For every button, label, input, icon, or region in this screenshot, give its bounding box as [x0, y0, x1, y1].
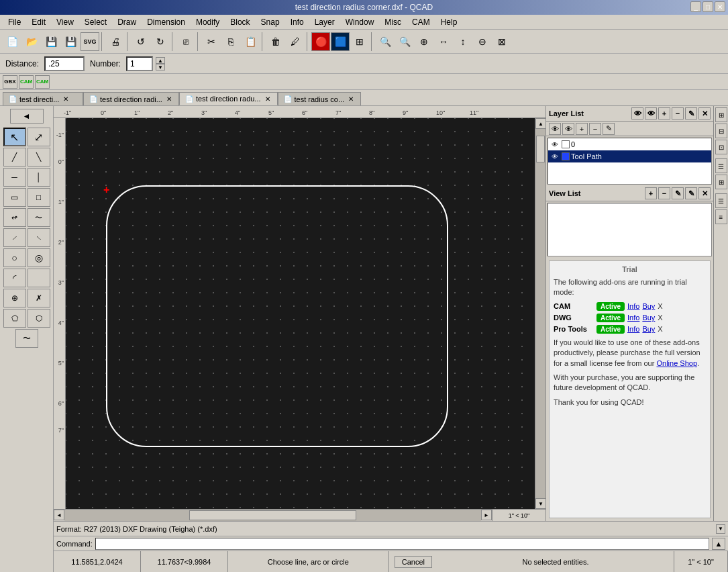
layer-eye2-btn[interactable]: 👁 [645, 107, 657, 120]
print-button[interactable]: 🖨 [106, 32, 125, 51]
tab-2-close[interactable]: ✕ [165, 95, 173, 103]
cam-icon1[interactable]: CAM [19, 75, 34, 89]
layer-remove-btn[interactable]: − [672, 107, 684, 120]
layer-close-btn[interactable]: ✕ [698, 107, 711, 120]
menu-info[interactable]: Info [285, 16, 309, 28]
lt-edit[interactable]: ✎ [603, 123, 615, 135]
save-as-button[interactable]: 💾 [61, 32, 80, 51]
line-tool[interactable]: ╱ [3, 148, 26, 166]
circle2-tool[interactable]: ◎ [28, 248, 50, 267]
properties-button[interactable]: 🖊 [286, 32, 305, 51]
slash-tool[interactable]: ✗ [28, 289, 50, 307]
svg-button[interactable]: SVG [81, 32, 99, 51]
minimize-button[interactable]: _ [690, 1, 701, 12]
addon-dwg-close[interactable]: X [658, 314, 662, 322]
number-down[interactable]: ▼ [156, 64, 165, 70]
fr-btn-3[interactable]: ⊡ [715, 140, 727, 154]
menu-window[interactable]: Window [340, 16, 380, 28]
vscroll-down[interactable]: ▼ [535, 498, 545, 509]
hscroll-left[interactable]: ◄ [54, 510, 64, 520]
number-input[interactable] [126, 56, 153, 71]
menu-file[interactable]: File [3, 16, 26, 28]
menu-snap[interactable]: Snap [256, 16, 285, 28]
menu-draw[interactable]: Draw [112, 16, 142, 28]
menu-layer[interactable]: Layer [309, 16, 340, 28]
hline-tool[interactable]: ─ [3, 168, 26, 187]
vscroll-thumb[interactable] [536, 136, 545, 162]
undo-button[interactable]: ↺ [132, 32, 150, 51]
offset-tool[interactable]: ↫ [3, 208, 26, 227]
pentagon-tool[interactable]: ⬡ [28, 309, 50, 328]
vscroll-track[interactable] [535, 129, 545, 498]
redo-button[interactable]: ↻ [151, 32, 170, 51]
menu-help[interactable]: Help [435, 16, 463, 28]
layer-edit-btn[interactable]: ✎ [685, 107, 697, 120]
menu-dimension[interactable]: Dimension [142, 16, 191, 28]
rect-outline-tool[interactable]: □ [28, 188, 50, 207]
fr-btn-7[interactable]: ≡ [715, 209, 727, 224]
layer-0-eye[interactable]: 👁 [550, 139, 560, 150]
fr-btn-2[interactable]: ⊟ [715, 124, 727, 138]
copy-button[interactable]: ⎘ [221, 32, 240, 51]
zoom-out-button[interactable]: 🔍 [395, 32, 414, 51]
clear-button[interactable]: ⎚ [176, 32, 195, 51]
paste-button[interactable]: 📋 [241, 32, 260, 51]
arc-tool[interactable]: ◜ [3, 269, 26, 287]
new-button[interactable]: 📄 [3, 32, 21, 51]
online-shop-link[interactable]: Online Shop [656, 359, 697, 367]
addon-dwg-info[interactable]: Info [627, 314, 639, 322]
view-remove-btn[interactable]: − [658, 187, 670, 199]
snap-color-button[interactable]: 🔴 [311, 32, 330, 51]
tab-1[interactable]: 📄 test directi... ✕ [3, 92, 83, 105]
tab-3-close[interactable]: ✕ [264, 95, 272, 103]
vscroll-up[interactable]: ▲ [535, 118, 545, 129]
addon-protools-close[interactable]: X [658, 325, 662, 333]
fr-btn-1[interactable]: ⊞ [715, 107, 727, 122]
angle-line-tool[interactable]: ╲ [28, 148, 50, 166]
hscroll-track[interactable] [64, 510, 481, 521]
view-add-btn[interactable]: + [645, 187, 657, 199]
circle-tool[interactable]: ○ [3, 248, 26, 267]
layer-add-btn[interactable]: + [658, 107, 670, 120]
cam-icon2[interactable]: CAM [35, 75, 50, 89]
tab-2[interactable]: 📄 test direction radi... ✕ [83, 92, 179, 105]
maximize-button[interactable]: □ [703, 1, 713, 12]
tab-3[interactable]: 📄 test direction radu... ✕ [179, 92, 278, 105]
diagonal-tool2[interactable]: ⟍ [28, 228, 50, 247]
wave-tool[interactable]: 〜 [15, 329, 38, 348]
view-edit-btn[interactable]: ✎ [672, 187, 684, 199]
rect-tool[interactable]: ▭ [3, 188, 26, 207]
menu-misc[interactable]: Misc [379, 16, 407, 28]
vline-tool[interactable]: │ [28, 168, 50, 187]
hscroll-thumb[interactable] [189, 510, 356, 520]
command-expand[interactable]: ▲ [712, 538, 725, 550]
freehand-tool[interactable]: 〜 [28, 208, 50, 227]
open-button[interactable]: 📂 [22, 32, 41, 51]
number-up[interactable]: ▲ [156, 57, 165, 64]
save-button[interactable]: 💾 [42, 32, 60, 51]
addon-protools-buy[interactable]: Buy [642, 325, 655, 333]
zoom-width-button[interactable]: ↔ [434, 32, 453, 51]
delete-button[interactable]: 🗑 [266, 32, 285, 51]
polygon-tool[interactable]: ⬠ [3, 309, 26, 328]
zoom-prev-button[interactable]: ⊖ [473, 32, 492, 51]
select-tool[interactable]: ↖ [3, 128, 26, 146]
addon-cam-buy[interactable]: Buy [642, 302, 655, 310]
statusbar-scroll[interactable]: ▼ [716, 524, 725, 534]
addon-cam-info[interactable]: Info [627, 302, 639, 310]
distance-input[interactable] [44, 56, 85, 71]
menu-modify[interactable]: Modify [191, 16, 225, 28]
menu-view[interactable]: View [51, 16, 79, 28]
cancel-button[interactable]: Cancel [395, 556, 432, 568]
crosshair-tool[interactable]: ⊕ [3, 289, 26, 307]
cut-button[interactable]: ✂ [202, 32, 221, 51]
close-button[interactable]: ✕ [715, 1, 725, 12]
main-canvas[interactable]: + [66, 118, 535, 509]
menu-block[interactable]: Block [225, 16, 255, 28]
addon-cam-close[interactable]: X [658, 302, 662, 310]
layer-toolpath-eye[interactable]: 👁 [550, 151, 560, 162]
menu-cam[interactable]: CAM [407, 16, 435, 28]
menu-edit[interactable]: Edit [26, 16, 51, 28]
layer-row-0[interactable]: 👁 0 [548, 138, 711, 150]
collapse-button[interactable]: ◄ [10, 109, 44, 124]
